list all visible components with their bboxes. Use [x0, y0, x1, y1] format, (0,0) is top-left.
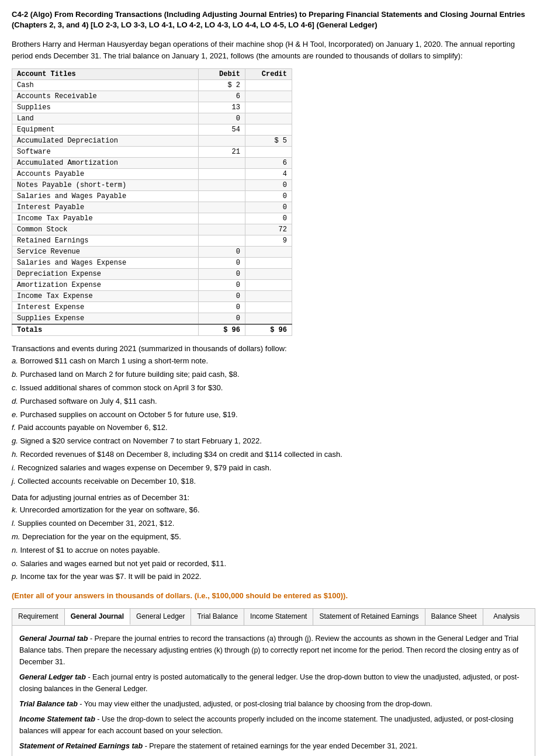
list-item: l. Supplies counted on December 31, 2021…	[12, 518, 535, 530]
table-row: Supplies13	[12, 102, 292, 113]
statement-retained-label: Statement of Retained Earnings tab	[19, 742, 143, 750]
page-title: C4-2 (Algo) From Recording Transactions …	[12, 9, 535, 30]
intro-text: Brothers Harry and Herman Hausyerday beg…	[12, 39, 535, 61]
tab-requirement[interactable]: Requirement	[12, 609, 65, 625]
list-item: b. Purchased land on March 2 for future …	[12, 369, 535, 381]
transactions-header: Transactions and events during 2021 (sum…	[12, 344, 535, 353]
table-row: Notes Payable (short-term)0	[12, 180, 292, 191]
income-statement-instruction: Income Statement tab - Use the drop-down…	[19, 713, 528, 737]
instruction-text: (Enter all of your answers in thousands …	[12, 591, 535, 600]
table-row: Accounts Receivable6	[12, 91, 292, 102]
table-row: Service Revenue0	[12, 247, 292, 258]
table-row: Equipment54	[12, 124, 292, 136]
trial-balance-instruction: Trial Balance tab - You may view either …	[19, 698, 528, 710]
general-ledger-label: General Ledger tab	[19, 673, 86, 681]
table-row: Accumulated Depreciation$ 5	[12, 136, 292, 147]
table-row: Supplies Expense0	[12, 313, 292, 325]
table-row: Software21	[12, 147, 292, 158]
statement-retained-desc: - Prepare the statement of retained earn…	[143, 742, 417, 750]
list-item: g. Signed a $20 service contract on Nove…	[12, 435, 535, 448]
table-row: Salaries and Wages Payable0	[12, 191, 292, 202]
table-row: Interest Expense0	[12, 302, 292, 313]
table-row: Accumulated Amortization6	[12, 158, 292, 169]
tab-statement-retained[interactable]: Statement of Retained Earnings	[313, 609, 425, 625]
tab-general-ledger[interactable]: General Ledger	[130, 609, 191, 625]
tab-general-journal[interactable]: General Journal	[65, 609, 130, 625]
table-row: Common Stock72	[12, 224, 292, 235]
general-journal-instruction: General Journal tab - Prepare the journa…	[19, 633, 528, 668]
list-item: a. Borrowed $11 cash on March 1 using a …	[12, 355, 535, 367]
trial-balance-desc: - You may view either the unadjusted, ad…	[78, 700, 432, 708]
tab-content-area: General Journal tab - Prepare the journa…	[12, 626, 535, 756]
list-item: h. Recorded revenues of $148 on December…	[12, 449, 535, 461]
list-item: n. Interest of $1 to accrue on notes pay…	[12, 545, 535, 557]
table-row: Depreciation Expense0	[12, 269, 292, 280]
list-item: f. Paid accounts payable on November 6, …	[12, 422, 535, 434]
tab-income-statement[interactable]: Income Statement	[244, 609, 313, 625]
totals-row: Totals$ 96$ 96	[12, 324, 292, 336]
list-item: k. Unrecorded amortization for the year …	[12, 504, 535, 516]
col-header-account: Account Titles	[12, 69, 199, 80]
col-header-debit: Debit	[199, 69, 245, 80]
list-item: m. Depreciation for the year on the equi…	[12, 531, 535, 543]
tab-balance-sheet[interactable]: Balance Sheet	[425, 609, 483, 625]
income-statement-label: Income Statement tab	[19, 715, 95, 723]
adjusting-list: k. Unrecorded amortization for the year …	[12, 504, 535, 583]
col-header-credit: Credit	[245, 69, 292, 80]
list-item: p. Income tax for the year was $7. It wi…	[12, 571, 535, 583]
table-row: Salaries and Wages Expense0	[12, 258, 292, 269]
general-journal-desc: - Prepare the journal entries to record …	[19, 634, 518, 666]
list-item: c. Issued additional shares of common st…	[12, 382, 535, 394]
table-row: Interest Payable0	[12, 202, 292, 213]
list-item: e. Purchased supplies on account on Octo…	[12, 409, 535, 421]
transactions-list: a. Borrowed $11 cash on March 1 using a …	[12, 355, 535, 487]
table-row: Retained Earnings9	[12, 235, 292, 247]
table-row: Income Tax Expense0	[12, 291, 292, 302]
tab-analysis[interactable]: Analysis	[483, 609, 530, 625]
list-item: o. Salaries and wages earned but not yet…	[12, 558, 535, 570]
tab-trial-balance[interactable]: Trial Balance	[191, 609, 244, 625]
tabs-row: RequirementGeneral JournalGeneral Ledger…	[12, 609, 535, 626]
list-item: j. Collected accounts receivable on Dece…	[12, 476, 535, 488]
general-ledger-desc: - Each journal entry is posted automatic…	[19, 673, 519, 693]
statement-retained-instruction: Statement of Retained Earnings tab - Pre…	[19, 740, 528, 752]
table-row: Land0	[12, 113, 292, 124]
table-row: Amortization Expense0	[12, 280, 292, 291]
list-item: i. Recognized salaries and wages expense…	[12, 462, 535, 474]
tabs-container: RequirementGeneral JournalGeneral Ledger…	[12, 608, 535, 756]
list-item: d. Purchased software on July 4, $11 cas…	[12, 396, 535, 408]
general-journal-label: General Journal tab	[19, 634, 88, 643]
adjusting-header: Data for adjusting journal entries as of…	[12, 493, 535, 502]
trial-balance-table: Account Titles Debit Credit Cash$ 2Accou…	[12, 68, 292, 336]
table-row: Cash$ 2	[12, 80, 292, 91]
table-row: Income Tax Payable0	[12, 213, 292, 224]
table-row: Accounts Payable4	[12, 169, 292, 180]
general-ledger-instruction: General Ledger tab - Each journal entry …	[19, 671, 528, 695]
trial-balance-label: Trial Balance tab	[19, 700, 78, 708]
